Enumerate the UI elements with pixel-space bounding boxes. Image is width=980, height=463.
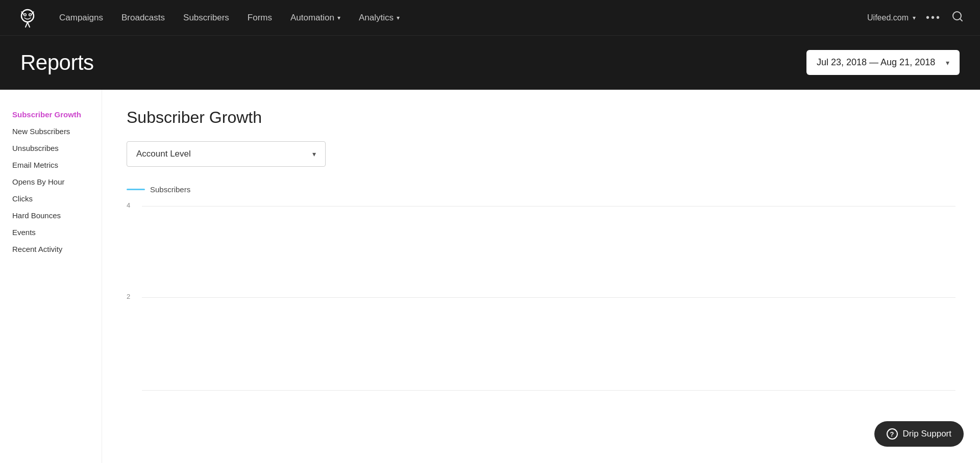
chart-area: Subscribers 4 2 [127,185,955,400]
drip-support-button[interactable]: ? Drip Support [874,421,964,447]
sidebar-item-hard-bounces[interactable]: Hard Bounces [12,207,89,224]
nav-item-forms[interactable]: Forms [248,13,272,23]
y-label-2: 2 [127,293,130,300]
nav: Campaigns Broadcasts Subscribers Forms A… [0,0,980,36]
dropdown-value: Account Level [136,149,191,159]
chevron-down-icon: ▾ [337,14,340,21]
account-level-dropdown[interactable]: Account Level ▾ [127,141,326,167]
chart-legend: Subscribers [127,185,955,194]
account-menu[interactable]: Uifeed.com ▾ [867,13,916,22]
sidebar-item-subscriber-growth[interactable]: Subscriber Growth [12,106,89,123]
page-title: Reports [20,50,94,75]
chevron-down-icon: ▾ [913,14,916,21]
chevron-down-icon: ▾ [946,59,949,67]
svg-point-4 [30,14,31,15]
nav-item-automation[interactable]: Automation ▾ [290,13,340,23]
sidebar-item-clicks[interactable]: Clicks [12,190,89,207]
legend-line [127,189,145,190]
svg-point-3 [24,14,26,15]
date-range-picker[interactable]: Jul 23, 2018 — Aug 21, 2018 ▾ [806,50,960,75]
sidebar-item-opens-by-hour[interactable]: Opens By Hour [12,173,89,190]
account-name: Uifeed.com [867,13,909,22]
nav-links: Campaigns Broadcasts Subscribers Forms A… [59,13,867,23]
svg-point-0 [21,10,34,22]
date-range-value: Jul 23, 2018 — Aug 21, 2018 [817,57,935,68]
grid-line-top [142,206,955,207]
sidebar-item-recent-activity[interactable]: Recent Activity [12,241,89,258]
nav-item-analytics[interactable]: Analytics ▾ [359,13,400,23]
content-title: Subscriber Growth [127,108,955,127]
chart-grid: 4 2 [127,206,955,400]
nav-right: Uifeed.com ▾ ••• [867,10,964,25]
nav-item-subscribers[interactable]: Subscribers [183,13,229,23]
nav-item-campaigns[interactable]: Campaigns [59,13,103,23]
sidebar-item-events[interactable]: Events [12,224,89,241]
nav-item-broadcasts[interactable]: Broadcasts [121,13,165,23]
help-icon: ? [887,428,898,440]
logo[interactable] [16,7,39,29]
legend-label: Subscribers [150,185,190,194]
sidebar-item-unsubscribes[interactable]: Unsubscribes [12,140,89,157]
grid-line-bottom [142,390,955,391]
chevron-down-icon: ▾ [397,14,400,21]
header-bar: Reports Jul 23, 2018 — Aug 21, 2018 ▾ [0,36,980,90]
y-label-4: 4 [127,202,130,209]
more-menu[interactable]: ••• [926,12,941,23]
sidebar-item-email-metrics[interactable]: Email Metrics [12,157,89,173]
chevron-down-icon: ▾ [312,150,316,158]
svg-line-6 [960,18,962,20]
content-area: Subscriber Growth Account Level ▾ Subscr… [102,90,980,463]
main-content: Subscriber Growth New Subscribers Unsubs… [0,90,980,463]
sidebar-item-new-subscribers[interactable]: New Subscribers [12,123,89,140]
drip-support-label: Drip Support [903,429,951,439]
search-icon[interactable] [951,10,964,25]
sidebar: Subscriber Growth New Subscribers Unsubs… [0,90,102,463]
grid-line-mid [142,297,955,298]
